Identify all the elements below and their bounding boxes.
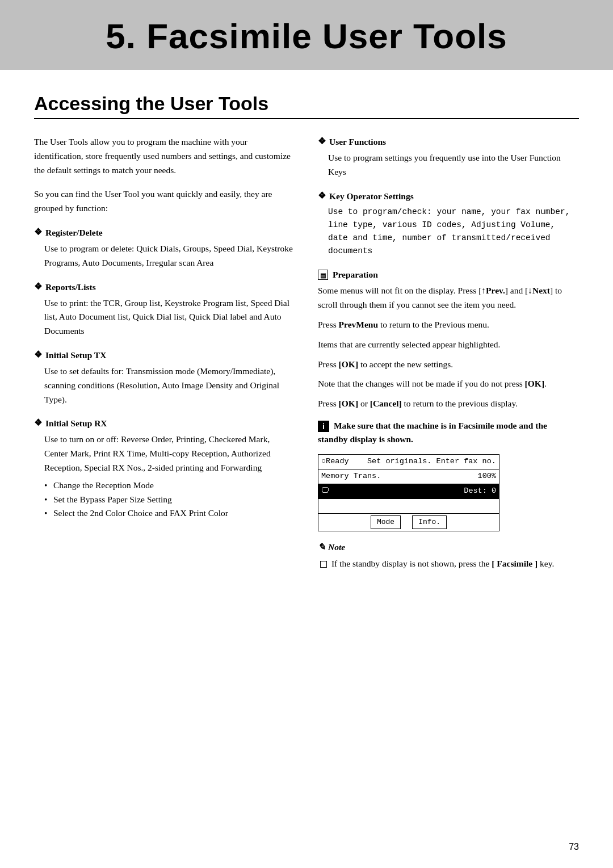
note-title: ✎ Note [318,540,579,555]
note-icon: ✎ [318,540,325,555]
key-operator-title: ❖ Key Operator Settings [318,190,579,203]
display-row-blank [318,499,499,513]
reports-lists-body: Use to print: the TCR, Group list, Keyst… [34,296,295,338]
facsimile-key: [ Facsimile ] [492,559,538,568]
display-bottom-row: Mode Info. [318,513,499,531]
left-column: The User Tools allow you to program the … [34,135,295,571]
user-functions-body: Use to program settings you frequently u… [318,151,579,179]
prev-key: ↑Prev. [481,286,505,295]
right-column: ❖ User Functions Use to program settings… [318,135,579,571]
bold-note-text: Make sure that the machine is in Facsimi… [318,421,547,444]
ok-key2: [OK] [525,379,544,388]
diamond-icon: ❖ [34,417,42,429]
cancel-key: [Cancel] [370,399,402,408]
register-delete-body: Use to program or delete: Quick Dials, G… [34,242,295,270]
prep-para3: Items that are currently selected appear… [318,338,579,352]
note-body: If the standby display is not shown, pre… [318,557,579,571]
user-functions-title: ❖ User Functions [318,135,579,149]
page-title: 5. Facsimile User Tools [23,16,590,56]
bullet-item-3: Select the 2nd Color Choice and FAX Prin… [44,506,295,521]
ok-key3: [OK] [339,399,358,408]
info-icon: i [318,421,329,432]
prep-para5: Note that the changes will not be made i… [318,377,579,391]
bold-note-section: i Make sure that the machine is in Facsi… [318,419,579,446]
initial-setup-tx-title: ❖ Initial Setup TX [34,349,295,362]
intro-para1: The User Tools allow you to program the … [34,135,295,177]
note-section: ✎ Note If the standby display is not sho… [318,540,579,571]
display-icon: 🖵 [321,485,464,497]
prep-para1: Some menus will not fit on the display. … [318,284,579,312]
preparation-section: ▤ Preparation Some menus will not fit on… [318,268,579,411]
initial-setup-tx-section: ❖ Initial Setup TX Use to set defaults f… [34,349,295,406]
display-box: ○Ready Set originals. Enter fax no. Memo… [318,454,499,531]
two-column-layout: The User Tools allow you to program the … [34,135,579,571]
next-key: ↓Next [528,286,550,295]
page-number: 73 [569,842,579,852]
user-functions-section: ❖ User Functions Use to program settings… [318,135,579,179]
ok-key1: [OK] [339,359,358,369]
register-delete-title: ❖ Register/Delete [34,226,295,240]
initial-setup-rx-body: Use to turn on or off: Reverse Order, Pr… [34,433,295,475]
prevmenu-key: PrevMenu [339,320,378,329]
info-button: Info. [412,515,447,529]
page-content: Accessing the User Tools The User Tools … [0,70,613,593]
diamond-icon: ❖ [34,226,42,238]
bullet-item-2: Set the Bypass Paper Size Setting [44,493,295,507]
initial-setup-rx-title: ❖ Initial Setup RX [34,417,295,430]
initial-setup-rx-section: ❖ Initial Setup RX Use to turn on or off… [34,417,295,521]
prep-para4: Press [OK] to accept the new settings. [318,358,579,372]
page-header: 5. Facsimile User Tools [0,0,613,70]
key-operator-section: ❖ Key Operator Settings Use to program/c… [318,190,579,258]
diamond-icon: ❖ [34,280,42,293]
rx-bullet-list: Change the Reception Mode Set the Bypass… [34,479,295,521]
diamond-icon: ❖ [318,135,326,148]
display-row-3: 🖵 Dest: 0 [318,484,499,499]
reports-lists-section: ❖ Reports/Lists Use to print: the TCR, G… [34,280,295,338]
prep-para2: Press PrevMenu to return to the Previous… [318,318,579,332]
display-row-2: Memory Trans. 100% [318,469,499,484]
display-row-1: ○Ready Set originals. Enter fax no. [318,455,499,469]
reports-lists-title: ❖ Reports/Lists [34,280,295,294]
diamond-icon: ❖ [318,190,326,202]
display-dest: Dest: 0 [464,485,496,497]
mode-button: Mode [371,515,401,529]
key-operator-body: Use to program/check: your name, your fa… [318,206,579,258]
register-delete-section: ❖ Register/Delete Use to program or dele… [34,226,295,270]
diamond-icon: ❖ [34,349,42,361]
section-title: Accessing the User Tools [34,93,579,119]
display-ready: ○Ready Set originals. Enter fax no. [321,456,496,468]
preparation-title: ▤ Preparation [318,268,579,282]
display-100: 100% [478,471,496,483]
checkbox-icon [320,561,327,568]
display-memory-trans: Memory Trans. [321,471,478,483]
preparation-icon: ▤ [318,270,328,280]
intro-para2: So you can find the User Tool you want q… [34,187,295,216]
initial-setup-tx-body: Use to set defaults for: Transmission mo… [34,364,295,406]
bullet-item-1: Change the Reception Mode [44,479,295,493]
prep-para6: Press [OK] or [Cancel] to return to the … [318,397,579,411]
